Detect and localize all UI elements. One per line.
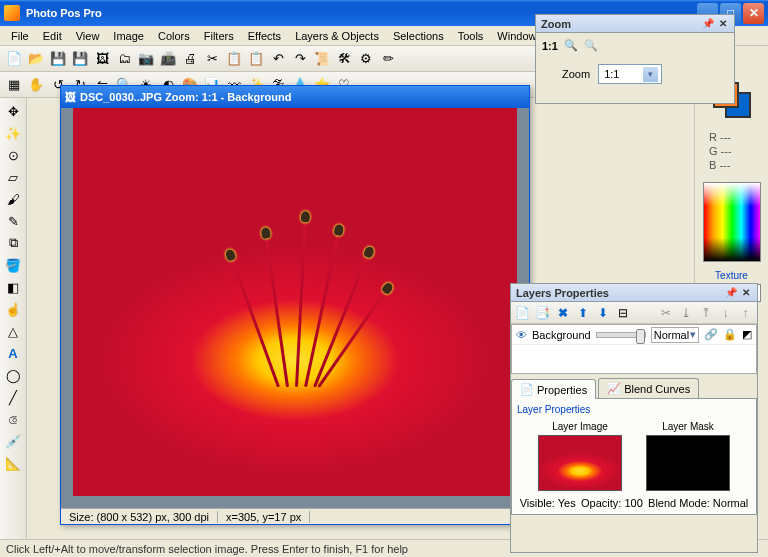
merge-icon[interactable]: ⊟ — [614, 304, 631, 321]
panel-close-icon[interactable]: ✕ — [739, 286, 752, 299]
menu-image[interactable]: Image — [106, 28, 151, 44]
opacity-readout: Opacity: 100 — [581, 497, 643, 509]
dropdown-arrow-icon[interactable]: ▾ — [643, 67, 658, 82]
canvas[interactable] — [73, 108, 517, 496]
brush-tool-icon[interactable]: 🖌 — [3, 189, 23, 209]
app-icon — [4, 5, 20, 21]
eyedropper-tool-icon[interactable]: 💉 — [3, 431, 23, 451]
crop-tool-icon[interactable]: ⟃ — [3, 409, 23, 429]
layers-panel-header[interactable]: Layers Properties 📌 ✕ — [511, 284, 757, 302]
undo-icon[interactable]: ↶ — [268, 49, 288, 69]
mask-icon[interactable]: ◩ — [742, 328, 752, 341]
pin-icon[interactable]: 📌 — [724, 286, 737, 299]
menu-selections[interactable]: Selections — [386, 28, 451, 44]
delete-layer-icon[interactable]: ✖ — [554, 304, 571, 321]
zoom-in-icon[interactable]: 🔍 — [564, 39, 578, 52]
arrow-up-icon[interactable]: ↑ — [737, 304, 754, 321]
move-down-icon[interactable]: ⤓ — [677, 304, 694, 321]
smudge-tool-icon[interactable]: ☝ — [3, 299, 23, 319]
pencil-tool-icon[interactable]: ✎ — [3, 211, 23, 231]
settings-icon[interactable]: ⚙ — [356, 49, 376, 69]
menu-layers-objects[interactable]: Layers & Objects — [288, 28, 386, 44]
b-value: B --- — [709, 158, 762, 172]
wand-tool-icon[interactable]: ✨ — [3, 123, 23, 143]
cut-layer-icon[interactable]: ✂ — [657, 304, 674, 321]
script-icon[interactable]: 📜 — [312, 49, 332, 69]
pin-icon[interactable]: 📌 — [701, 17, 714, 30]
browse-icon[interactable]: 🗂 — [114, 49, 134, 69]
menu-filters[interactable]: Filters — [197, 28, 241, 44]
layers-panel-title: Layers Properties — [516, 287, 609, 299]
layer-mask-label: Layer Mask — [646, 421, 730, 432]
zoom-panel: Zoom 📌 ✕ 1:1 🔍 🔍 Zoom 1:1 ▾ — [535, 14, 735, 104]
image-content — [73, 108, 517, 496]
menu-effects[interactable]: Effects — [241, 28, 288, 44]
menu-edit[interactable]: Edit — [36, 28, 69, 44]
color-picker[interactable] — [703, 182, 761, 262]
panel-close-icon[interactable]: ✕ — [716, 17, 729, 30]
menu-tools[interactable]: Tools — [451, 28, 491, 44]
redo-icon[interactable]: ↷ — [290, 49, 310, 69]
print-icon[interactable]: 🖨 — [180, 49, 200, 69]
zoom-panel-title: Zoom — [541, 18, 571, 30]
new-icon[interactable]: 📄 — [4, 49, 24, 69]
layer-mask-thumbnail[interactable] — [646, 435, 730, 491]
open-icon[interactable]: 📂 — [26, 49, 46, 69]
tab-blend-curves[interactable]: 📈Blend Curves — [598, 378, 699, 398]
layers-toolbar: 📄 📑 ✖ ⬆ ⬇ ⊟ ✂ ⤓ ⤒ ↓ ↑ — [511, 302, 757, 324]
shape-tool-icon[interactable]: ◯ — [3, 365, 23, 385]
template-icon[interactable]: 🖼 — [92, 49, 112, 69]
menu-colors[interactable]: Colors — [151, 28, 197, 44]
measure-tool-icon[interactable]: 📐 — [3, 453, 23, 473]
document-titlebar[interactable]: 🖼 DSC_0030..JPG Zoom: 1:1 - Background — [61, 86, 529, 108]
app-title: Photo Pos Pro — [26, 7, 102, 19]
paste-icon[interactable]: 📋 — [246, 49, 266, 69]
gradient-tool-icon[interactable]: ◧ — [3, 277, 23, 297]
zoom-quick-row: 1:1 🔍 🔍 — [542, 39, 728, 52]
line-tool-icon[interactable]: ╱ — [3, 387, 23, 407]
zoom-out-icon[interactable]: 🔍 — [584, 39, 598, 52]
layer-down-icon[interactable]: ⬇ — [594, 304, 611, 321]
blend-mode-select[interactable]: Normal▾ — [651, 327, 699, 343]
lock-icon[interactable]: 🔒 — [723, 328, 737, 341]
layer-list[interactable]: 👁 Background Normal▾ 🔗 🔒 ◩ — [511, 324, 757, 374]
save-icon[interactable]: 💾 — [48, 49, 68, 69]
menu-file[interactable]: File — [4, 28, 36, 44]
scanner-icon[interactable]: 📠 — [158, 49, 178, 69]
layers-panel: Layers Properties 📌 ✕ 📄 📑 ✖ ⬆ ⬇ ⊟ ✂ ⤓ ⤒ … — [510, 283, 758, 553]
zoom-select[interactable]: 1:1 ▾ — [598, 64, 662, 84]
copy-icon[interactable]: 📋 — [224, 49, 244, 69]
new-layer-icon[interactable]: 📄 — [514, 304, 531, 321]
layer-row[interactable]: 👁 Background Normal▾ 🔗 🔒 ◩ — [512, 325, 756, 345]
arrow-down-icon[interactable]: ↓ — [717, 304, 734, 321]
fill-tool-icon[interactable]: 🪣 — [3, 255, 23, 275]
layer-image-thumbnail[interactable] — [538, 435, 622, 491]
lasso-tool-icon[interactable]: ⊙ — [3, 145, 23, 165]
opacity-slider[interactable] — [596, 332, 646, 338]
pencil-icon[interactable]: ✏ — [378, 49, 398, 69]
camera-icon[interactable]: 📷 — [136, 49, 156, 69]
menu-view[interactable]: View — [69, 28, 107, 44]
text-tool-icon[interactable]: A — [3, 343, 23, 363]
status-hint: Click Left/+Alt to move/transform select… — [6, 543, 408, 555]
duplicate-layer-icon[interactable]: 📑 — [534, 304, 551, 321]
close-button[interactable]: ✕ — [743, 3, 764, 24]
layer-up-icon[interactable]: ⬆ — [574, 304, 591, 321]
zoom-panel-header[interactable]: Zoom 📌 ✕ — [536, 15, 734, 33]
visibility-icon[interactable]: 👁 — [516, 329, 527, 341]
layer-properties-body: Layer Properties Layer Image Layer Mask … — [511, 399, 757, 515]
clone-tool-icon[interactable]: ⧉ — [3, 233, 23, 253]
move-tool-icon[interactable]: ✥ — [3, 101, 23, 121]
sharpen-tool-icon[interactable]: △ — [3, 321, 23, 341]
tab-properties[interactable]: 📄Properties — [511, 379, 596, 399]
grid-icon[interactable]: ▦ — [4, 75, 24, 95]
tools-icon[interactable]: 🛠 — [334, 49, 354, 69]
save-as-icon[interactable]: 💾 — [70, 49, 90, 69]
move-up-icon[interactable]: ⤒ — [697, 304, 714, 321]
link-icon[interactable]: 🔗 — [704, 328, 718, 341]
hand-icon[interactable]: ✋ — [26, 75, 46, 95]
cut-icon[interactable]: ✂ — [202, 49, 222, 69]
zoom-ratio-label: 1:1 — [542, 40, 558, 52]
image-size-readout: Size: (800 x 532) px, 300 dpi — [61, 511, 218, 523]
eraser-tool-icon[interactable]: ▱ — [3, 167, 23, 187]
